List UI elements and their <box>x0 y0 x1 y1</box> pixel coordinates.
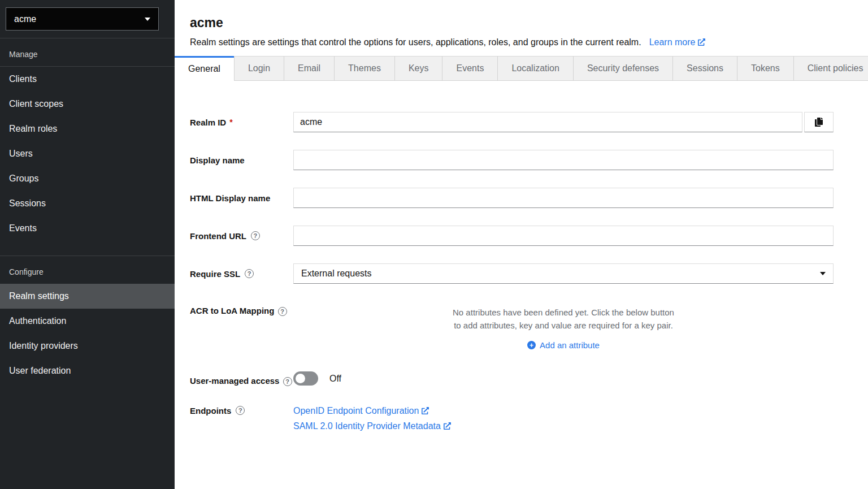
chevron-down-icon <box>145 18 150 21</box>
realm-selector-wrap: acme <box>0 0 175 38</box>
copy-icon <box>814 118 823 127</box>
html-display-name-input[interactable] <box>293 188 834 208</box>
page-title: acme <box>190 15 853 31</box>
display-name-label: Display name <box>190 155 293 165</box>
tab-localization[interactable]: Localization <box>497 56 573 81</box>
page-description-text: Realm settings are settings that control… <box>190 37 641 47</box>
toggle-state-label: Off <box>329 374 341 384</box>
tab-general[interactable]: General <box>175 56 234 81</box>
display-name-row: Display name <box>190 150 868 170</box>
sidebar-item-clients[interactable]: Clients <box>0 67 175 92</box>
general-settings-form: Realm ID * Display name HTML Display nam… <box>175 81 868 453</box>
chevron-down-icon <box>820 272 826 275</box>
user-managed-access-label: User-managed access ? <box>190 371 293 386</box>
manage-nav-list: Clients Client scopes Realm roles Users … <box>0 67 175 241</box>
tab-login[interactable]: Login <box>234 56 284 81</box>
copy-to-clipboard-button[interactable] <box>804 112 834 132</box>
sidebar-item-identity-providers[interactable]: Identity providers <box>0 334 175 358</box>
sidebar: acme Manage Clients Client scopes Realm … <box>0 0 175 489</box>
sidebar-item-realm-settings[interactable]: Realm settings <box>0 284 175 309</box>
sidebar-item-client-scopes[interactable]: Client scopes <box>0 92 175 116</box>
tab-tokens[interactable]: Tokens <box>737 56 793 81</box>
page-header: acme Realm settings are settings that co… <box>175 0 868 47</box>
page-description: Realm settings are settings that control… <box>190 37 853 47</box>
require-ssl-row: Require SSL ? External requests <box>190 263 868 284</box>
external-link-icon <box>698 38 705 46</box>
realm-id-label: Realm ID * <box>190 118 293 127</box>
sidebar-item-sessions[interactable]: Sessions <box>0 191 175 216</box>
realm-selector-dropdown[interactable]: acme <box>6 7 159 31</box>
sidebar-nav: Manage Clients Client scopes Realm roles… <box>0 38 175 383</box>
sidebar-item-authentication[interactable]: Authentication <box>0 309 175 334</box>
tab-themes[interactable]: Themes <box>334 56 394 81</box>
nav-group-manage: Manage <box>0 38 175 67</box>
sidebar-item-realm-roles[interactable]: Realm roles <box>0 116 175 141</box>
realm-id-control <box>293 112 834 132</box>
acr-empty-state-text: No attributes have been defined yet. Cli… <box>449 306 678 332</box>
current-realm-name: acme <box>14 14 36 24</box>
learn-more-link[interactable]: Learn more <box>649 37 706 47</box>
main-content: acme Realm settings are settings that co… <box>175 0 868 489</box>
saml-identity-provider-metadata-link[interactable]: SAML 2.0 Identity Provider Metadata <box>293 420 834 432</box>
require-ssl-label: Require SSL ? <box>190 269 293 279</box>
frontend-url-label: Frontend URL ? <box>190 231 293 241</box>
help-icon[interactable]: ? <box>283 377 292 386</box>
display-name-input[interactable] <box>293 150 834 170</box>
endpoints-label: Endpoints ? <box>190 405 293 416</box>
required-asterisk: * <box>229 118 232 127</box>
help-icon[interactable]: ? <box>278 307 287 316</box>
frontend-url-row: Frontend URL ? <box>190 226 868 246</box>
toggle-knob <box>296 374 305 383</box>
plus-circle-icon: + <box>527 341 536 349</box>
sidebar-item-users[interactable]: Users <box>0 141 175 166</box>
help-icon[interactable]: ? <box>236 406 245 415</box>
endpoints-row: Endpoints ? OpenID Endpoint Configuratio… <box>190 405 868 435</box>
user-managed-access-toggle[interactable] <box>293 371 318 386</box>
user-managed-access-row: User-managed access ? Off <box>190 371 868 386</box>
configure-nav-list: Realm settings Authentication Identity p… <box>0 284 175 383</box>
html-display-name-label: HTML Display name <box>190 193 293 203</box>
openid-endpoint-configuration-link[interactable]: OpenID Endpoint Configuration <box>293 405 834 417</box>
tab-client-policies[interactable]: Client policies <box>793 56 868 81</box>
acr-loa-mapping-row: ACR to LoA Mapping ? No attributes have … <box>190 301 868 350</box>
require-ssl-select[interactable]: External requests <box>293 263 834 284</box>
tab-sessions[interactable]: Sessions <box>672 56 737 81</box>
help-icon[interactable]: ? <box>251 231 260 240</box>
nav-group-configure: Configure <box>0 256 175 284</box>
acr-empty-state: No attributes have been defined yet. Cli… <box>293 301 834 350</box>
sidebar-item-events[interactable]: Events <box>0 216 175 241</box>
require-ssl-selected-value: External requests <box>301 269 372 279</box>
realm-id-row: Realm ID * <box>190 112 868 132</box>
external-link-icon <box>444 422 451 430</box>
tab-keys[interactable]: Keys <box>394 56 442 81</box>
tab-email[interactable]: Email <box>284 56 334 81</box>
tab-security-defenses[interactable]: Security defenses <box>573 56 672 81</box>
realm-id-input[interactable] <box>293 112 802 132</box>
tab-events[interactable]: Events <box>442 56 497 81</box>
acr-loa-mapping-label: ACR to LoA Mapping ? <box>190 301 293 316</box>
sidebar-item-user-federation[interactable]: User federation <box>0 358 175 383</box>
add-attribute-button[interactable]: + Add an attribute <box>527 340 600 350</box>
sidebar-item-groups[interactable]: Groups <box>0 166 175 191</box>
help-icon[interactable]: ? <box>245 269 254 278</box>
realm-settings-tabs: General Login Email Themes Keys Events L… <box>175 56 868 81</box>
html-display-name-row: HTML Display name <box>190 188 868 208</box>
external-link-icon <box>422 407 429 414</box>
frontend-url-input[interactable] <box>293 226 834 246</box>
keycloak-admin-console: acme Manage Clients Client scopes Realm … <box>0 0 868 489</box>
